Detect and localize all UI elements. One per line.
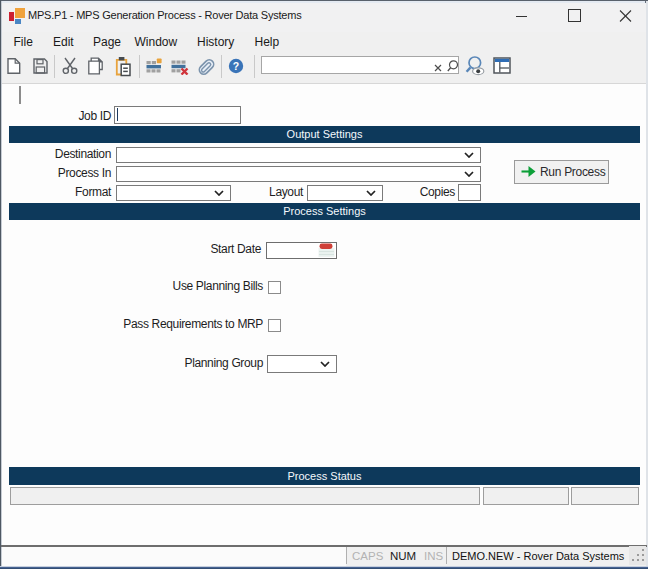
svg-text:?: ? [233,60,239,72]
